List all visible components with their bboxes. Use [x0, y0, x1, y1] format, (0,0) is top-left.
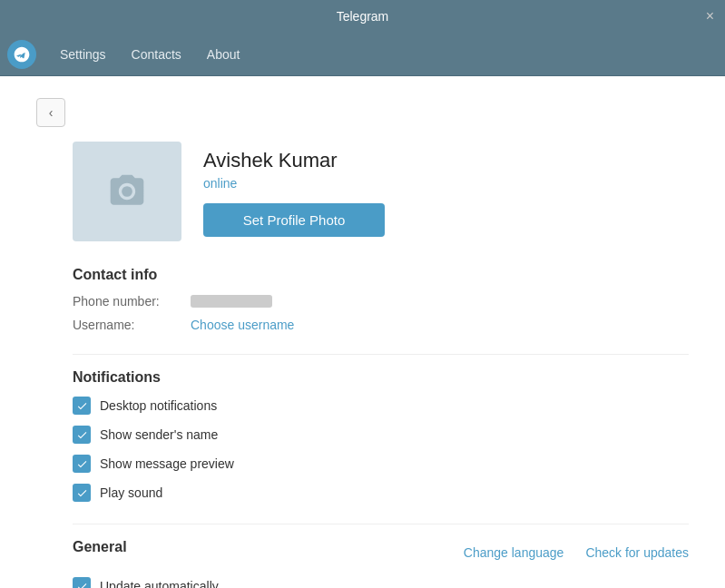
phone-value-blur — [191, 295, 272, 308]
phone-row: Phone number: — [73, 294, 689, 309]
menu-item-about[interactable]: About — [194, 40, 253, 69]
desktop-notifications-label: Desktop notifications — [100, 398, 217, 413]
checkmark-icon — [76, 487, 88, 499]
divider-2 — [73, 524, 689, 524]
general-header: General Change language Check for update… — [73, 539, 689, 566]
play-sound-checkbox[interactable] — [73, 484, 91, 502]
username-label: Username: — [73, 318, 191, 332]
notifications-section: Notifications Desktop notifications Show… — [73, 369, 689, 502]
menu-item-contacts[interactable]: Contacts — [119, 40, 194, 69]
telegram-icon — [13, 45, 31, 64]
show-sender-label: Show sender's name — [100, 427, 218, 442]
checkmark-icon — [76, 400, 88, 412]
contact-info-title: Contact info — [73, 267, 689, 283]
show-preview-row[interactable]: Show message preview — [73, 455, 689, 473]
menu-item-settings[interactable]: Settings — [47, 40, 119, 69]
play-sound-label: Play sound — [100, 485, 162, 500]
username-row: Username: Choose username — [73, 318, 689, 332]
camera-icon — [107, 172, 147, 211]
profile-info: Avishek Kumar online Set Profile Photo — [203, 142, 385, 237]
general-actions: Change language Check for updates — [464, 545, 689, 560]
checkmark-icon — [76, 429, 88, 441]
update-automatically-checkbox[interactable] — [73, 577, 91, 588]
play-sound-row[interactable]: Play sound — [73, 484, 689, 502]
profile-name: Avishek Kumar — [203, 149, 385, 172]
app-logo — [7, 40, 36, 69]
divider-1 — [73, 354, 689, 355]
set-profile-photo-button[interactable]: Set Profile Photo — [203, 203, 385, 237]
update-automatically-label: Update automatically — [100, 579, 219, 588]
profile-section: Avishek Kumar online Set Profile Photo — [73, 142, 689, 241]
back-button[interactable]: ‹ — [36, 98, 65, 127]
change-language-link[interactable]: Change language — [464, 545, 564, 560]
show-sender-row[interactable]: Show sender's name — [73, 426, 689, 444]
checkmark-icon — [76, 581, 88, 589]
close-button[interactable]: × — [706, 9, 714, 24]
back-chevron-icon: ‹ — [49, 105, 54, 120]
menu-bar: Settings Contacts About — [0, 33, 725, 76]
avatar — [73, 142, 181, 241]
general-title: General — [73, 539, 127, 555]
app-title: Telegram — [337, 9, 389, 24]
profile-status: online — [203, 176, 385, 191]
show-preview-label: Show message preview — [100, 456, 234, 471]
show-sender-checkbox[interactable] — [73, 426, 91, 444]
title-bar: Telegram × — [0, 0, 725, 33]
main-content: ‹ Avishek Kumar online Set Profile Photo… — [0, 76, 725, 588]
choose-username-link[interactable]: Choose username — [191, 318, 294, 332]
general-section: General Change language Check for update… — [73, 539, 689, 588]
notifications-title: Notifications — [73, 369, 689, 386]
checkmark-icon — [76, 458, 88, 470]
check-updates-link[interactable]: Check for updates — [585, 545, 689, 560]
update-automatically-row[interactable]: Update automatically — [73, 577, 689, 588]
contact-info-section: Contact info Phone number: Username: Cho… — [73, 267, 689, 332]
phone-label: Phone number: — [73, 294, 191, 309]
desktop-notifications-row[interactable]: Desktop notifications — [73, 397, 689, 415]
desktop-notifications-checkbox[interactable] — [73, 397, 91, 415]
show-preview-checkbox[interactable] — [73, 455, 91, 473]
